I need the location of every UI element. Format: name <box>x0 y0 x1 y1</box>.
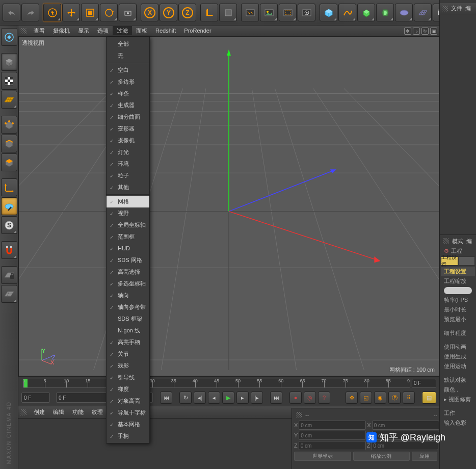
axis-x-button[interactable]: X <box>141 4 158 21</box>
vp-navigate-icon[interactable]: ✥ <box>404 28 411 35</box>
keyframe-options-button[interactable]: ? <box>318 392 330 404</box>
filter-item-高亮选择[interactable]: ✓高亮选择 <box>107 266 149 278</box>
render-picture-button[interactable] <box>260 4 278 21</box>
filter-item-梯度[interactable]: ✓梯度 <box>107 383 149 395</box>
viewport-menu-选项[interactable]: 选项 <box>93 26 113 35</box>
viewport-menu-面板[interactable]: 面板 <box>132 26 151 35</box>
objects-tab[interactable]: 文件 <box>451 5 462 12</box>
viewport-menu-显示[interactable]: 显示 <box>74 26 93 35</box>
snap-button[interactable] <box>1 241 17 259</box>
prev-key-button[interactable]: ◂| <box>194 392 206 404</box>
go-end-button[interactable]: ⏭ <box>270 392 282 404</box>
filter-item-关节[interactable]: ✓关节 <box>107 348 149 360</box>
filter-item-SDS 网格[interactable]: ✓SDS 网格 <box>107 254 149 266</box>
key-move-button[interactable]: ✥ <box>346 392 358 404</box>
filter-item-细分曲面[interactable]: ✓细分曲面 <box>107 111 149 123</box>
model-mode-button[interactable] <box>1 53 17 71</box>
vp-zoom-icon[interactable]: ⬦ <box>413 28 420 35</box>
pos-y-input[interactable] <box>299 431 366 440</box>
make-editable-button[interactable] <box>1 28 17 46</box>
prop-row[interactable]: 帧率(FPS <box>441 295 475 305</box>
attr-edit-menu[interactable]: 编 <box>466 238 472 245</box>
loop-button[interactable]: ↻ <box>179 392 192 404</box>
texture-mode-button[interactable] <box>1 72 17 90</box>
objects-edit-menu[interactable]: 编 <box>465 5 471 12</box>
polygon-mode-button[interactable] <box>1 153 17 171</box>
filter-item-轴向参考带[interactable]: ✓轴向参考带 <box>107 301 149 313</box>
viewport-menu-Redshift[interactable]: Redshift <box>151 26 180 35</box>
render-view-button[interactable] <box>241 4 259 21</box>
prop-row[interactable]: 输入色彩 <box>441 418 475 428</box>
filter-item-空白[interactable]: ✓空白 <box>107 64 149 76</box>
filter-item-残影[interactable]: ✓残影 <box>107 360 149 372</box>
environment-button[interactable] <box>395 4 413 21</box>
prop-row[interactable]: 细节程度 <box>441 328 475 338</box>
size-x-input[interactable] <box>372 421 439 430</box>
filter-item-N-gon 线[interactable]: N-gon 线 <box>107 325 149 336</box>
prop-row[interactable]: 使用运动 <box>441 361 475 371</box>
materials-menu-纹理[interactable]: 纹理 <box>88 407 107 416</box>
filter-item-粒子[interactable]: ✓粒子 <box>107 170 149 181</box>
filter-item-范围框[interactable]: ✓范围框 <box>107 231 149 243</box>
filter-item-基本网格[interactable]: ✓基本网格 <box>107 419 149 430</box>
live-select-tool[interactable] <box>43 4 61 21</box>
timeline-end-display[interactable]: 0 F <box>412 379 436 388</box>
project-other-tab[interactable] <box>458 256 475 266</box>
viewport[interactable]: 透视视图 <box>18 37 439 376</box>
planar-workplane-button[interactable] <box>1 285 17 303</box>
apply-button[interactable]: 应用 <box>412 452 437 461</box>
workplane-mode-button[interactable] <box>1 91 17 109</box>
coord-system-button[interactable] <box>200 4 218 21</box>
next-frame-button[interactable]: ▸ <box>236 392 249 404</box>
viewport-menu-查看[interactable]: 查看 <box>30 26 49 35</box>
filter-item-引导线[interactable]: ✓引导线 <box>107 372 149 383</box>
filter-item-手柄[interactable]: ✓手柄 <box>107 430 149 442</box>
rotate-tool[interactable] <box>100 4 118 21</box>
spline-button[interactable] <box>338 4 356 21</box>
prop-row[interactable]: 颜色.. <box>441 385 475 395</box>
edge-mode-button[interactable] <box>1 135 17 152</box>
filter-item-生成器[interactable]: ✓生成器 <box>107 99 149 111</box>
prop-row[interactable]: 使用动画 <box>441 342 475 352</box>
next-key-button[interactable]: |▸ <box>251 392 263 404</box>
vp-rotate-icon[interactable]: ↻ <box>421 28 429 35</box>
drag-handle-icon[interactable] <box>20 409 27 415</box>
axis-tool-button[interactable] <box>1 178 17 196</box>
last-tool[interactable] <box>119 4 137 21</box>
filter-item-无[interactable]: 无 <box>107 50 149 62</box>
filter-item-摄像机[interactable]: ✓摄像机 <box>107 135 149 146</box>
autokey-button[interactable]: ◎ <box>304 392 316 404</box>
render-region-button[interactable] <box>279 4 297 21</box>
prop-row[interactable]: 预览最小 <box>441 315 475 324</box>
filter-item-多选坐标轴[interactable]: ✓多选坐标轴 <box>107 278 149 290</box>
primitive-button[interactable] <box>320 4 337 21</box>
render-settings-button[interactable] <box>298 4 315 21</box>
move-tool[interactable] <box>62 4 80 21</box>
axis-z-button[interactable]: Z <box>178 4 196 21</box>
pos-x-input[interactable] <box>299 421 366 430</box>
timeline-ruler[interactable]: 051015202530354045505560657075808590 <box>23 379 410 388</box>
materials-menu-编辑[interactable]: 编辑 <box>49 407 68 416</box>
tweak-mode-button[interactable] <box>1 197 17 215</box>
locked-workplane-button[interactable] <box>1 266 17 284</box>
key-param-button[interactable]: Ⓟ <box>388 392 401 404</box>
filter-item-灯光[interactable]: ✓灯光 <box>107 146 149 158</box>
filter-item-HUD[interactable]: ✓HUD <box>107 243 149 254</box>
scale-slider[interactable] <box>444 287 472 294</box>
scale-mode-select[interactable]: 缩放比例 <box>353 452 410 461</box>
pos-z-input[interactable] <box>299 441 366 450</box>
filter-item-环境[interactable]: ✓环境 <box>107 158 149 170</box>
viewport-solo-button[interactable]: S <box>1 216 17 234</box>
materials-menu-创建[interactable]: 创建 <box>30 407 49 416</box>
prop-row[interactable]: ▸ 视图修剪 <box>441 395 475 404</box>
timeline[interactable]: 051015202530354045505560657075808590 0 F <box>18 376 439 389</box>
filter-item-导航十字标[interactable]: ✓导航十字标 <box>107 407 149 419</box>
redo-button[interactable] <box>21 4 39 21</box>
prop-row[interactable]: 默认对象 <box>441 375 475 385</box>
drag-handle-icon[interactable] <box>20 28 27 34</box>
play-button[interactable]: ▶ <box>222 392 234 404</box>
axis-y-button[interactable]: Y <box>160 4 177 21</box>
project-settings-tab[interactable]: 工程设置 <box>441 256 458 266</box>
prop-row[interactable]: 工作 <box>441 408 475 418</box>
attr-mode-menu[interactable]: 模式 <box>452 238 463 245</box>
